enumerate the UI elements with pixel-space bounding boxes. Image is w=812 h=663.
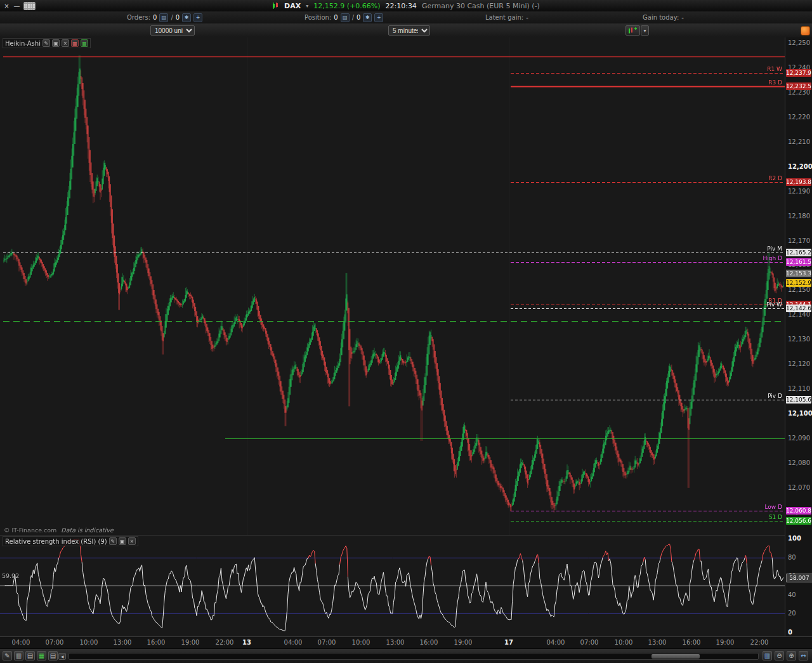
price-tick: 12,180 xyxy=(788,213,810,220)
price-tick: 12,210 xyxy=(788,138,810,145)
price-tick: 12,150 xyxy=(788,286,810,293)
price-tick: 12,200 xyxy=(788,163,812,170)
latent-gain-label: Latent gain: xyxy=(485,14,523,21)
drawing-tools-icon[interactable]: ✎ xyxy=(3,651,12,660)
price-tick: 12,120 xyxy=(788,360,810,367)
latent-gain-group: Latent gain: - xyxy=(485,13,528,22)
indicator-settings-icon[interactable]: ✎ xyxy=(43,39,50,47)
server-time: 22:10:34 xyxy=(385,2,416,10)
last-quote: 12,152.9 (+0.66%) xyxy=(313,2,380,10)
data-grid-icon[interactable]: ▦ xyxy=(37,651,46,660)
price-axis[interactable]: 12,25012,24012,23012,22012,21012,20012,1… xyxy=(785,37,812,636)
rsi-left-value: 59.92 xyxy=(2,572,19,579)
time-tick: 07:00 xyxy=(314,639,339,646)
time-tick: 22:00 xyxy=(212,639,237,646)
time-tick: 22:00 xyxy=(747,639,772,646)
level-label-pivot-weekly: Piv W xyxy=(766,301,782,308)
chart-area: Heikin-Ashi ✎ ▣ × ▦ ▦ © IT-Finance.comDa… xyxy=(0,37,812,636)
indicator-green-chart-icon[interactable]: ▦ xyxy=(81,39,88,47)
level-badge-r2-daily: 12,193.8 xyxy=(786,178,811,186)
orders-log-icon[interactable]: ▤ xyxy=(48,651,58,660)
time-tick: 17 xyxy=(496,639,521,646)
display-mode-icon[interactable]: ▥ xyxy=(763,651,772,660)
level-label-s1-daily: S1 D xyxy=(769,514,782,520)
orders-list-icon[interactable]: ▤ xyxy=(159,13,168,22)
orders-group: Orders: 0 ▤ / 0 ✱ + xyxy=(127,13,202,22)
rsi-tick: 40 xyxy=(788,591,796,598)
latent-gain-value: - xyxy=(526,14,528,21)
orders-label: Orders: xyxy=(127,14,150,21)
price-chart-canvas[interactable] xyxy=(0,37,785,535)
time-tick: 19:00 xyxy=(178,639,203,646)
rsi-chart-canvas[interactable] xyxy=(0,535,785,636)
price-tick: 12,250 xyxy=(788,39,810,46)
chart-style-button[interactable] xyxy=(625,25,640,36)
window-titlebar: × — DAX ▾ 12,152.9 (+0.66%) 22:10:34 Ger… xyxy=(0,0,812,12)
alerts-icon[interactable] xyxy=(801,26,810,36)
chart-style-dropdown[interactable]: ▾ xyxy=(641,25,649,36)
level-label-high-daily: High D xyxy=(763,255,782,261)
zoom-in-button[interactable]: ⊕ xyxy=(787,651,796,660)
time-tick: 10:00 xyxy=(76,639,102,646)
price-pane-header: Heikin-Ashi ✎ ▣ × ▦ ▦ xyxy=(3,38,91,48)
time-tick: 13:00 xyxy=(383,639,408,646)
rsi-window-icon[interactable]: ▣ xyxy=(119,537,126,545)
time-tick: 10:00 xyxy=(611,639,636,646)
time-tick: 13 xyxy=(234,639,259,646)
trading-platform-window: × — DAX ▾ 12,152.9 (+0.66%) 22:10:34 Ger… xyxy=(0,0,812,663)
level-label-r2-daily: R2 D xyxy=(768,175,782,181)
position-count-2: 0 xyxy=(357,14,360,21)
position-list-icon[interactable]: ▤ xyxy=(341,13,350,22)
bottom-toolbar: ✎ ▥ ▤ ▦ ▤ ◀ ▥ ⊖ ⊕ ↔ xyxy=(0,648,812,663)
level-badge-high-daily: 12,161.5 xyxy=(786,258,811,266)
copyright-text: © IT-Finance.com xyxy=(4,527,56,534)
chart-scrollbar-thumb[interactable] xyxy=(652,654,700,659)
price-tick: 12,220 xyxy=(788,114,810,121)
units-select[interactable]: 10000 units xyxy=(150,25,195,36)
price-tick: 12,070 xyxy=(788,484,810,491)
symbol-dropdown-icon[interactable]: ▾ xyxy=(306,3,308,9)
instrument-candles-icon xyxy=(272,2,279,10)
bottom-zoom-tools: ▥ ⊖ ⊕ ↔ xyxy=(763,651,808,660)
orders-add-icon[interactable]: + xyxy=(193,13,202,22)
rsi-settings-icon[interactable]: ✎ xyxy=(109,537,117,545)
position-separator: / xyxy=(352,14,354,21)
candlestick-style-icon xyxy=(628,27,638,34)
copyright-notice: © IT-Finance.comData is indicative xyxy=(4,527,114,534)
zoom-out-button[interactable]: ⊖ xyxy=(775,651,784,660)
time-tick: 16:00 xyxy=(416,639,442,646)
level-badge-r3-daily: 12,232.5 xyxy=(786,82,811,90)
time-tick: 16:00 xyxy=(143,639,169,646)
rsi-tick: 20 xyxy=(788,610,796,617)
time-tick: 19:00 xyxy=(450,639,476,646)
chart-scrollbar-track[interactable] xyxy=(69,653,759,660)
chart-objects-icon[interactable]: ▥ xyxy=(14,651,23,660)
level-label-low-daily: Low D xyxy=(764,504,782,510)
timeframe-select[interactable]: 5 minutes xyxy=(388,25,430,36)
price-tick: 12,110 xyxy=(788,385,810,392)
time-tick: 13:00 xyxy=(110,639,135,646)
time-axis[interactable]: 04:0007:0010:0013:0016:0019:0022:001304:… xyxy=(0,636,812,648)
position-settings-icon[interactable]: ✱ xyxy=(363,13,372,22)
indicator-red-chart-icon[interactable]: ▦ xyxy=(71,39,79,47)
position-add-icon[interactable]: + xyxy=(374,13,383,22)
symbol-name[interactable]: DAX xyxy=(284,2,301,10)
price-tick: 12,100 xyxy=(788,410,812,417)
watchlist-icon[interactable]: ▤ xyxy=(25,651,35,660)
gain-today-group: Gain today: - xyxy=(643,13,684,22)
time-tick: 07:00 xyxy=(577,639,602,646)
fit-chart-button[interactable]: ↔ xyxy=(799,651,808,660)
scroll-left-button[interactable]: ◀ xyxy=(58,653,66,660)
indicator-close-icon[interactable]: × xyxy=(62,39,69,47)
position-group: Position: 0 ▤ / 0 ✱ + xyxy=(304,13,383,22)
titlebar-center: DAX ▾ 12,152.9 (+0.66%) 22:10:34 Germany… xyxy=(0,0,812,11)
rsi-close-icon[interactable]: × xyxy=(128,537,136,545)
time-tick: 13:00 xyxy=(645,639,670,646)
rsi-value-badge: 58.007 xyxy=(786,574,812,582)
time-tick: 10:00 xyxy=(348,639,374,646)
account-infobar: Orders: 0 ▤ / 0 ✱ + Position: 0 ▤ / 0 ✱ … xyxy=(0,11,812,24)
indicator-window-icon[interactable]: ▣ xyxy=(52,39,60,47)
rsi-pane-header: Relative strength index (RSI) (9) ✎ ▣ × xyxy=(3,536,138,546)
orders-settings-icon[interactable]: ✱ xyxy=(182,13,191,22)
price-tick: 12,130 xyxy=(788,336,810,343)
